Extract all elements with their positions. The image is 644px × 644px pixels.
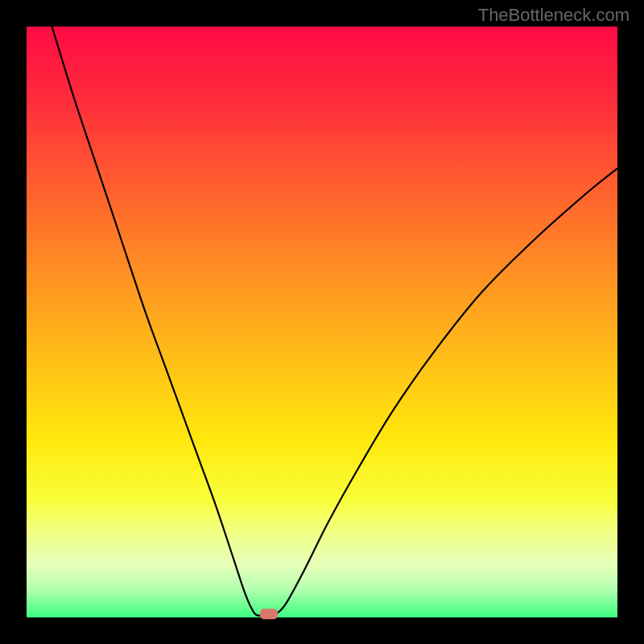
plot-background [27, 27, 617, 617]
bottleneck-chart: TheBottleneck.com [0, 0, 644, 644]
watermark-text: TheBottleneck.com [478, 5, 630, 26]
optimum-marker [260, 609, 278, 619]
chart-svg [0, 0, 644, 644]
